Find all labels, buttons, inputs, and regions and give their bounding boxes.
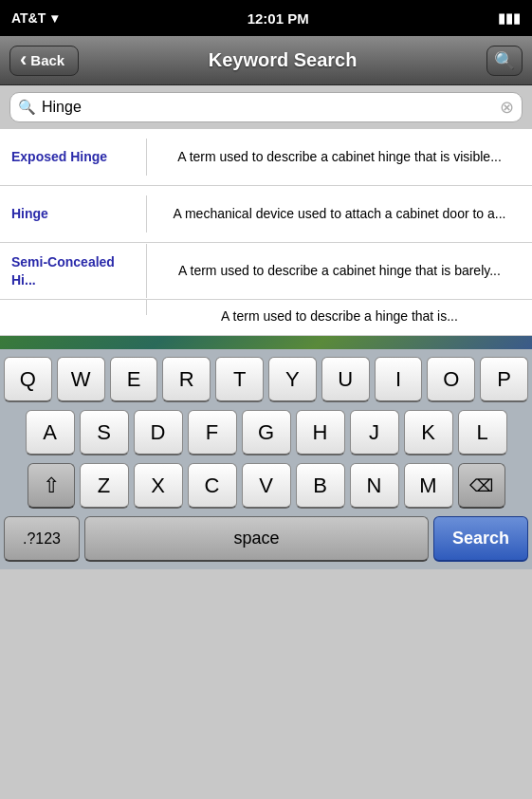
key-h[interactable]: H [296,410,345,455]
result-desc: A term used to describe a cabinet hinge … [147,252,532,289]
result-row[interactable]: Hinge A mechanical device used to attach… [0,186,532,243]
result-term-partial [0,300,147,315]
key-j[interactable]: J [350,410,399,455]
key-d[interactable]: D [134,410,183,455]
status-bar: AT&T ▾ 12:01 PM ▮▮▮ [0,0,532,36]
key-n[interactable]: N [350,463,399,509]
results-list: Exposed Hinge A term used to describe a … [0,129,532,336]
key-u[interactable]: U [321,357,370,402]
carrier-label: AT&T [11,10,46,26]
numbers-key[interactable]: .?123 [4,516,80,562]
key-p[interactable]: P [480,357,528,402]
result-row-partial[interactable]: A term used to describe a hinge that is.… [0,300,532,336]
key-e[interactable]: E [110,357,158,402]
key-m[interactable]: M [404,463,453,509]
key-v[interactable]: V [242,463,291,509]
status-right: ▮▮▮ [498,10,521,26]
back-button[interactable]: Back [9,46,79,76]
wifi-icon: ▾ [51,10,58,26]
search-key[interactable]: Search [433,516,528,562]
result-term: Semi-Concealed Hi... [0,244,147,297]
key-i[interactable]: I [375,357,423,402]
key-w[interactable]: W [57,357,105,402]
key-b[interactable]: B [296,463,345,509]
key-t[interactable]: T [215,357,264,402]
result-desc: A term used to describe a cabinet hinge … [147,139,532,176]
nav-search-button[interactable]: 🔍 [486,46,523,76]
key-a[interactable]: A [26,410,75,455]
search-input[interactable] [42,99,494,116]
key-q[interactable]: Q [4,357,52,402]
page-title: Keyword Search [209,49,358,71]
keyboard-row-1: Q W E R T Y U I O P [4,357,528,402]
search-input-wrapper: 🔍 ⊗ [9,92,523,122]
keyboard-row-2: A S D F G H J K L [4,410,528,455]
keyboard-row-3: ⇧ Z X C V B N M ⌫ [4,463,528,509]
search-icon: 🔍 [18,99,36,116]
result-row[interactable]: Semi-Concealed Hi... A term used to desc… [0,243,532,300]
keyboard: Q W E R T Y U I O P A S D F G H J K L ⇧ … [0,349,532,569]
key-g[interactable]: G [242,410,291,455]
battery-icon: ▮▮▮ [498,10,521,26]
key-f[interactable]: F [188,410,237,455]
result-desc-partial: A term used to describe a hinge that is.… [147,300,532,333]
result-row[interactable]: Exposed Hinge A term used to describe a … [0,129,532,186]
key-l[interactable]: L [458,410,507,455]
result-term: Exposed Hinge [0,139,147,175]
key-z[interactable]: Z [80,463,129,509]
delete-key[interactable]: ⌫ [458,463,505,509]
shift-key[interactable]: ⇧ [28,463,75,509]
search-area: 🔍 ⊗ [0,85,532,129]
status-left: AT&T ▾ [11,10,58,26]
space-key[interactable]: space [84,516,429,562]
nav-bar: Back Keyword Search 🔍 [0,36,532,85]
key-y[interactable]: Y [268,357,317,402]
key-c[interactable]: C [188,463,237,509]
search-clear-button[interactable]: ⊗ [500,97,514,118]
result-desc: A mechanical device used to attach a cab… [147,195,532,232]
key-k[interactable]: K [404,410,453,455]
key-o[interactable]: O [427,357,475,402]
time-label: 12:01 PM [248,10,309,27]
key-x[interactable]: X [134,463,183,509]
keyboard-bottom-row: .?123 space Search [4,516,528,562]
key-r[interactable]: R [162,357,211,402]
bg-decoration [0,336,532,349]
key-s[interactable]: S [80,410,129,455]
result-term: Hinge [0,195,147,232]
